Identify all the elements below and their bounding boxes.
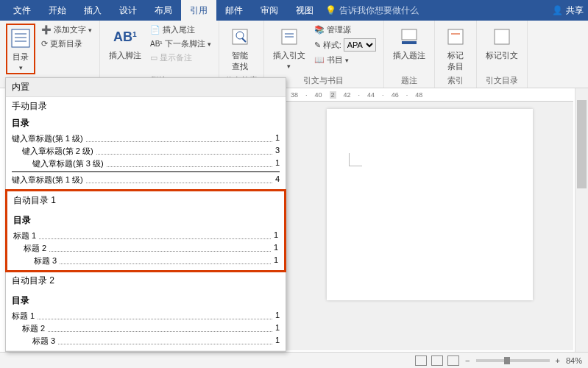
footnote-label: 插入脚注 — [109, 50, 141, 61]
web-layout-icon[interactable] — [447, 355, 459, 366]
document-page[interactable] — [327, 109, 533, 300]
document-area: 38·40242·44·46·48 — [286, 88, 573, 350]
footnote-icon: AB¹ — [113, 25, 137, 49]
chevron-down-icon: ▾ — [19, 64, 23, 71]
tell-me[interactable]: 💡告诉我你想要做什么 — [325, 4, 419, 17]
group-toa: 标记引文 引文目录 — [477, 21, 528, 88]
next-footnote-button[interactable]: AB¹下一条脚注▾ — [149, 38, 213, 50]
group-label-caption: 题注 — [390, 74, 428, 86]
toa-icon — [490, 25, 514, 49]
tab-references[interactable]: 引用 — [181, 0, 216, 21]
update-icon: ⟳ — [41, 39, 48, 49]
status-bar: − + 84% — [0, 352, 588, 368]
show-notes-icon: ▭ — [150, 53, 157, 63]
auto1-header: 自动目录 1 — [13, 194, 278, 207]
insert-caption-button[interactable]: 插入题注 — [390, 24, 428, 63]
ab-small-icon: AB¹ — [150, 40, 163, 48]
manual-title: 目录 — [12, 117, 280, 130]
manual-toc-option[interactable]: 手动目录 目录 键入章标题(第 1 级)1 键入章标题(第 2 级)3 键入章标… — [6, 97, 286, 190]
smart-lookup-icon — [228, 25, 252, 49]
auto-toc-1-option[interactable]: 自动目录 1 目录 标题 11 标题 21 标题 31 — [5, 189, 286, 272]
tab-insert[interactable]: 插入 — [75, 0, 110, 21]
tab-review[interactable]: 审阅 — [252, 0, 287, 21]
builtin-header: 内置 — [6, 78, 286, 97]
caption-label: 插入题注 — [393, 50, 425, 61]
caption-icon — [397, 25, 421, 49]
share-button[interactable]: 👤共享 — [552, 4, 584, 17]
group-label-index: 索引 — [441, 74, 470, 86]
tab-layout[interactable]: 布局 — [146, 0, 181, 21]
index-label: 标记 条目 — [447, 50, 464, 72]
auto1-title: 目录 — [13, 214, 278, 227]
bulb-icon: 💡 — [325, 5, 336, 15]
style-dropdown[interactable]: APA — [344, 38, 376, 52]
vertical-scrollbar[interactable] — [575, 88, 588, 352]
group-index: 标记 条目 索引 — [435, 21, 477, 88]
svg-rect-12 — [448, 29, 463, 44]
add-text-button[interactable]: ➕添加文字▾ — [40, 24, 93, 36]
auto-toc-2-option[interactable]: 自动目录 2 目录 标题 11 标题 21 标题 31 — [6, 272, 286, 351]
endnote-icon: 📄 — [150, 25, 160, 35]
scrollbar-thumb[interactable] — [577, 100, 587, 188]
toc-label: 目录 — [13, 52, 29, 63]
toc-button[interactable]: 目录 ▾ — [6, 24, 35, 74]
toc-icon — [9, 26, 32, 50]
mark-citation-button[interactable]: 标记引文 — [483, 24, 521, 63]
tab-file[interactable]: 文件 — [4, 0, 40, 21]
manage-sources-button[interactable]: 📚管理源 — [313, 24, 378, 36]
manage-icon: 📚 — [314, 25, 325, 35]
bibliography-button[interactable]: 📖书目▾ — [313, 54, 378, 66]
view-mode-buttons — [415, 355, 459, 366]
show-notes-button: ▭显示备注 — [149, 52, 213, 64]
smart-lookup-button[interactable]: 智能 查找 — [225, 24, 255, 74]
zoom-level[interactable]: 84% — [566, 356, 582, 365]
svg-rect-10 — [402, 29, 417, 40]
auto2-header: 自动目录 2 — [12, 275, 280, 287]
citation-label: 插入引文 — [273, 50, 305, 61]
insert-footnote-button[interactable]: AB¹ 插入脚注 — [106, 24, 144, 63]
biblio-icon: 📖 — [314, 55, 325, 65]
smart-label: 智能 查找 — [232, 50, 248, 72]
add-text-icon: ➕ — [41, 25, 52, 35]
toc-gallery-dropdown: 内置 手动目录 目录 键入章标题(第 1 级)1 键入章标题(第 2 级)3 键… — [5, 77, 286, 352]
tab-view[interactable]: 视图 — [287, 0, 322, 21]
margin-corner-icon — [349, 153, 362, 166]
print-layout-icon[interactable] — [431, 355, 443, 366]
tab-design[interactable]: 设计 — [110, 0, 146, 21]
share-icon: 👤 — [552, 5, 563, 15]
svg-rect-14 — [495, 29, 509, 44]
citation-icon — [277, 25, 301, 49]
group-caption: 插入题注 题注 — [384, 21, 435, 88]
svg-rect-11 — [402, 41, 417, 44]
style-select[interactable]: ✎样式: APA — [313, 38, 378, 52]
index-icon — [444, 25, 467, 49]
zoom-in-button[interactable]: + — [556, 356, 560, 365]
zoom-out-button[interactable]: − — [465, 356, 470, 365]
insert-endnote-button[interactable]: 📄插入尾注 — [149, 24, 213, 36]
horizontal-ruler[interactable]: 38·40242·44·46·48 — [286, 88, 573, 102]
tab-mailings[interactable]: 邮件 — [216, 0, 252, 21]
read-mode-icon[interactable] — [415, 355, 427, 366]
manual-header: 手动目录 — [12, 100, 280, 113]
insert-citation-button[interactable]: 插入引文▾ — [270, 24, 308, 71]
group-label-toa: 引文目录 — [483, 74, 521, 86]
toa-label: 标记引文 — [486, 50, 518, 61]
menu-bar: 文件 开始 插入 设计 布局 引用 邮件 审阅 视图 💡告诉我你想要做什么 👤共… — [0, 0, 588, 21]
tab-home[interactable]: 开始 — [40, 0, 75, 21]
style-icon: ✎ — [314, 40, 321, 50]
zoom-slider[interactable] — [476, 359, 550, 362]
svg-rect-0 — [12, 29, 29, 47]
auto2-title: 目录 — [12, 294, 280, 307]
mark-entry-button[interactable]: 标记 条目 — [441, 24, 470, 74]
update-toc-button[interactable]: ⟳更新目录 — [40, 38, 93, 50]
ruler-mark: 38 — [291, 91, 298, 99]
